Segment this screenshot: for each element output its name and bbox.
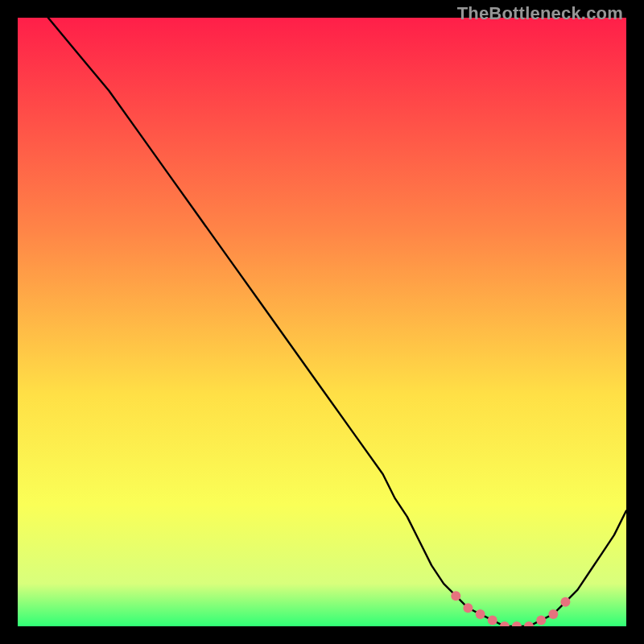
sweet-spot-point [560, 597, 570, 607]
sweet-spot-point [451, 591, 460, 601]
gradient-background [18, 18, 626, 626]
chart-svg [18, 18, 626, 626]
chart-frame [18, 18, 626, 626]
sweet-spot-point [463, 603, 473, 613]
watermark-text: TheBottleneck.com [457, 3, 623, 24]
sweet-spot-point [488, 615, 497, 625]
sweet-spot-point [476, 609, 485, 619]
sweet-spot-point [536, 615, 546, 625]
sweet-spot-point [548, 609, 558, 619]
